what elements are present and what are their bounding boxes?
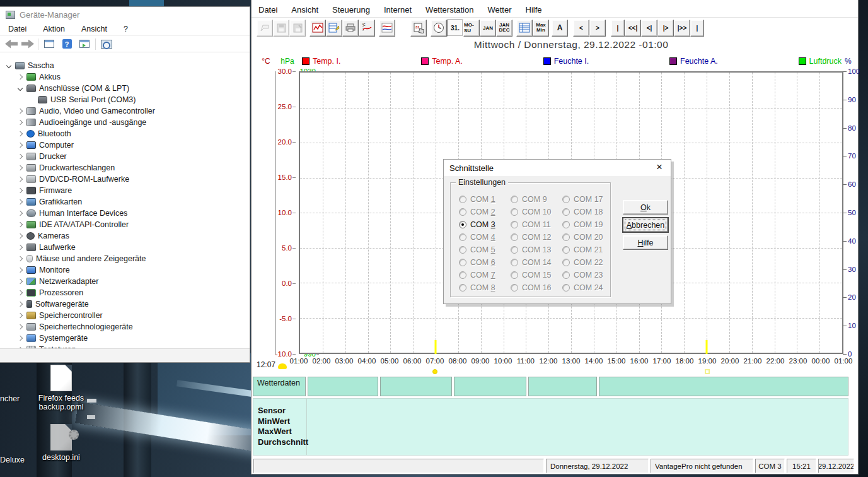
- com-port-option[interactable]: COM 18: [562, 206, 614, 218]
- chevron-icon[interactable]: [15, 166, 25, 170]
- radio-icon[interactable]: [562, 233, 570, 241]
- radio-icon[interactable]: [511, 208, 518, 216]
- tree-row[interactable]: Firmware: [0, 185, 250, 196]
- chevron-icon[interactable]: [15, 223, 25, 227]
- tree-row[interactable]: Audio, Video und Gamecontroller: [0, 105, 250, 117]
- radio-icon[interactable]: [511, 259, 518, 266]
- action-window-icon[interactable]: [78, 38, 91, 50]
- com-port-option[interactable]: COM 7: [459, 269, 511, 281]
- com-port-option[interactable]: COM 12: [511, 231, 562, 244]
- com-port-option[interactable]: COM 11: [511, 218, 562, 231]
- print-icon[interactable]: [342, 20, 359, 37]
- radio-icon[interactable]: [459, 246, 466, 254]
- chevron-icon[interactable]: [15, 75, 25, 79]
- com-port-option[interactable]: COM 16: [511, 281, 562, 294]
- menu-item[interactable]: Datei: [0, 25, 35, 33]
- tree-row[interactable]: Speichertechnologiegeräte: [0, 321, 250, 333]
- tree-row[interactable]: DVD/CD-ROM-Laufwerke: [0, 174, 250, 185]
- clock-icon[interactable]: [431, 20, 447, 37]
- overlay-chart-icon[interactable]: [379, 20, 395, 37]
- device-manager-titlebar[interactable]: Geräte-Manager: [0, 7, 250, 22]
- tree-row[interactable]: Softwaregeräte: [0, 298, 250, 310]
- chevron-icon[interactable]: [15, 245, 25, 249]
- tree-row[interactable]: Systemgeräte: [0, 333, 250, 344]
- radio-icon[interactable]: [459, 284, 466, 292]
- com-port-option[interactable]: COM 13: [511, 244, 562, 256]
- view-day-button[interactable]: 31.: [447, 20, 463, 37]
- chevron-icon[interactable]: [15, 234, 25, 238]
- com-port-option[interactable]: COM 22: [562, 256, 614, 269]
- menu-item[interactable]: Wetterstation: [419, 5, 480, 15]
- edit-data-icon[interactable]: [326, 20, 342, 37]
- chevron-icon[interactable]: [15, 336, 25, 340]
- com-port-option[interactable]: COM 10: [511, 206, 562, 218]
- chevron-icon[interactable]: [15, 302, 25, 306]
- tree-row[interactable]: Monitore: [0, 264, 250, 276]
- menu-item[interactable]: ?: [115, 25, 136, 33]
- radio-icon[interactable]: [511, 246, 518, 254]
- help-icon[interactable]: ?: [60, 38, 74, 50]
- radio-icon[interactable]: [459, 233, 466, 241]
- dialog-titlebar[interactable]: Schnittstelle ×: [444, 160, 671, 176]
- tree-row[interactable]: Netzwerkadapter: [0, 276, 250, 287]
- date-stamp-icon[interactable]: 31: [410, 20, 427, 37]
- com-port-option[interactable]: COM 20: [562, 231, 614, 244]
- menu-item[interactable]: Steuerung: [325, 5, 377, 15]
- com-port-option[interactable]: COM 8: [459, 281, 511, 294]
- nav-back-button[interactable]: <|: [641, 20, 657, 37]
- console-window-icon[interactable]: [42, 38, 56, 50]
- tree-row[interactable]: Mäuse und andere Zeigegeräte: [0, 253, 250, 264]
- radio-icon[interactable]: [562, 259, 570, 266]
- desktop-icon-desktop-ini[interactable]: desktop.ini: [31, 424, 91, 462]
- tree-row[interactable]: IDE ATA/ATAPI-Controller: [0, 219, 250, 230]
- com-port-option[interactable]: COM 6: [459, 256, 511, 269]
- forward-arrow-icon[interactable]: [21, 40, 34, 49]
- tree-row[interactable]: Druckwarteschlangen: [0, 162, 250, 174]
- com-port-option[interactable]: COM 15: [511, 269, 562, 281]
- next-button[interactable]: >: [589, 20, 606, 37]
- radio-icon[interactable]: [459, 208, 466, 216]
- tree-row[interactable]: Bluetooth: [0, 128, 250, 139]
- radio-icon[interactable]: [562, 208, 570, 216]
- tree-row[interactable]: Anschlüsse (COM & LPT): [0, 83, 250, 94]
- max-min-button[interactable]: MaxMin: [533, 20, 549, 37]
- radio-icon[interactable]: [459, 259, 466, 266]
- tree-row[interactable]: Drucker: [0, 151, 250, 162]
- chevron-icon[interactable]: [15, 155, 25, 158]
- tree-row[interactable]: Human Interface Devices: [0, 208, 250, 219]
- chevron-icon[interactable]: [4, 64, 14, 68]
- prev-button[interactable]: <: [573, 20, 589, 37]
- com-port-option[interactable]: COM 23: [562, 269, 614, 281]
- tree-row[interactable]: USB Serial Port (COM3): [0, 94, 250, 105]
- chevron-icon[interactable]: [15, 280, 25, 283]
- view-year-button[interactable]: JANDEC: [496, 20, 512, 37]
- menu-item[interactable]: Wetter: [480, 5, 518, 15]
- tree-row[interactable]: Prozessoren: [0, 287, 250, 298]
- nav-end-button[interactable]: |: [690, 20, 704, 37]
- hilfe-button[interactable]: Hilfe: [623, 235, 668, 250]
- chevron-icon[interactable]: [15, 132, 25, 136]
- radio-icon[interactable]: [562, 284, 570, 292]
- nav-start-button[interactable]: |: [611, 20, 625, 37]
- menu-item[interactable]: Ansicht: [73, 25, 115, 33]
- menu-item[interactable]: Aktion: [35, 25, 73, 33]
- chevron-icon[interactable]: [15, 291, 25, 295]
- view-week-button[interactable]: MO-SU: [463, 20, 480, 37]
- menu-item[interactable]: Internet: [377, 5, 419, 15]
- tree-row[interactable]: Speichercontroller: [0, 310, 250, 321]
- com-port-option[interactable]: COM 14: [511, 256, 562, 269]
- tree-row[interactable]: Computer: [0, 139, 250, 151]
- com-port-option[interactable]: COM 19: [562, 218, 614, 231]
- chevron-icon[interactable]: [15, 268, 25, 272]
- chevron-icon[interactable]: [15, 314, 25, 317]
- scan-hardware-icon[interactable]: [100, 38, 113, 50]
- radio-icon[interactable]: [511, 233, 518, 241]
- view-month-button[interactable]: JAN: [480, 20, 496, 37]
- com-port-option[interactable]: COM 21: [562, 244, 614, 256]
- data-table-icon[interactable]: [516, 20, 533, 37]
- tree-row[interactable]: Audioeingänge und -ausgänge: [0, 117, 250, 128]
- chevron-icon[interactable]: [15, 257, 25, 261]
- com-port-option[interactable]: COM 4: [459, 231, 511, 244]
- chevron-icon[interactable]: [15, 121, 25, 124]
- chevron-icon[interactable]: [15, 325, 25, 329]
